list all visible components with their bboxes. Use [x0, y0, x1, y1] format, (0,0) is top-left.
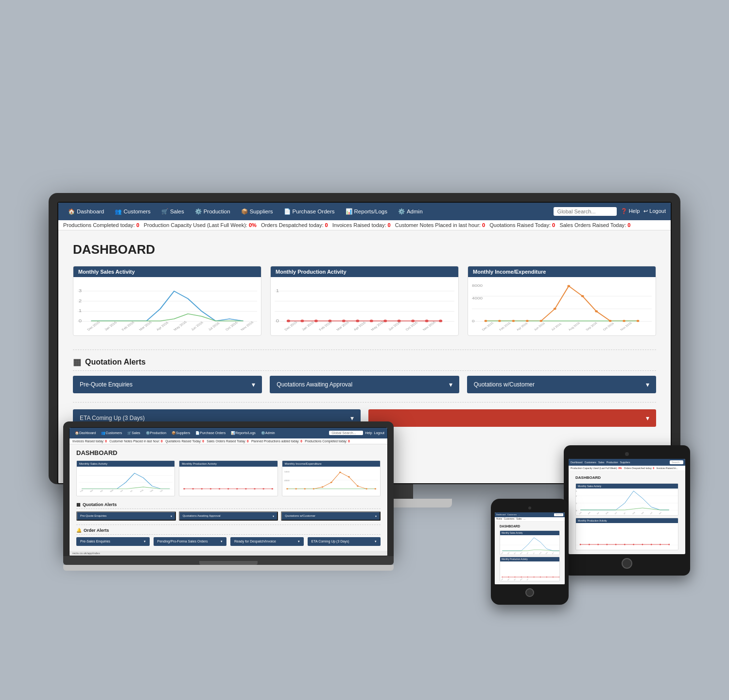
laptop-prod-svg — [181, 469, 275, 494]
laptop-ready-despatch-dropdown[interactable]: Ready for Despatch/Invoice ▾ — [230, 537, 304, 546]
laptop-navbar: 🏠 Dashboard 👥 Customers 🛒 Sales ⚙️ Produ… — [69, 428, 387, 438]
phone-chart-sales: Monthly Sales Activity Feb Mar Apr May — [500, 530, 560, 555]
laptop-quotations-customer-dropdown[interactable]: Quotations w/Customer ▾ — [281, 511, 381, 521]
svg-point-54 — [526, 320, 529, 322]
laptop-charts-row: Monthly Sales Activity Feb Mar — [76, 460, 381, 496]
tablet-search[interactable]: Search... — [670, 460, 683, 464]
monitor-ticker: Productions Completed today: 0 Productio… — [58, 220, 671, 230]
quotations-customer-dropdown[interactable]: Quotations w/Customer ▾ — [467, 376, 656, 393]
suppliers-icon: 📦 — [241, 208, 248, 215]
svg-point-152 — [502, 577, 503, 578]
laptop-pre-sales-dropdown[interactable]: Pre-Sales Enquiries ▾ — [76, 537, 150, 546]
laptop-nav-customers[interactable]: 👥 Customers — [99, 428, 124, 438]
nav-sales[interactable]: 🛒 Sales — [156, 203, 189, 220]
tablet-home-button[interactable] — [622, 558, 632, 569]
svg-text:Aug: Aug — [632, 511, 635, 514]
laptop-nav-production[interactable]: ⚙️ Production — [143, 428, 169, 438]
logout-link[interactable]: ↩ Logout — [643, 208, 666, 214]
laptop-search-input[interactable] — [329, 431, 363, 435]
laptop-nav-admin[interactable]: ⚙️ Admin — [259, 428, 278, 438]
chart-production-header: Monthly Production Activity — [271, 266, 458, 277]
phone-navbar: Dashboard Customers ... Search — [495, 512, 565, 517]
svg-point-92 — [245, 488, 247, 490]
phone-search[interactable]: Search — [554, 513, 563, 516]
svg-point-136 — [642, 543, 643, 545]
help-link[interactable]: ❓ Help — [621, 208, 640, 214]
svg-text:Oct: Oct — [159, 489, 164, 492]
svg-text:May 2016: May 2016 — [370, 320, 385, 332]
reports-icon: 📊 — [346, 208, 352, 215]
chart-sales-body: 3 2 1 0 Dec 2015 Jan 2016 — [73, 277, 261, 335]
nav-admin[interactable]: ⚙️ Admin — [393, 203, 428, 220]
svg-text:Apr 2016: Apr 2016 — [156, 321, 170, 331]
svg-point-35 — [439, 319, 442, 322]
svg-point-26 — [314, 319, 318, 322]
laptop-nav-purchase[interactable]: 📄 Purchase Orders — [193, 428, 228, 438]
laptop-order-dropdowns: Pre-Sales Enquiries ▾ Pending/Pro-Forma … — [76, 537, 381, 546]
laptop-eta-dropdown[interactable]: ETA Coming Up (3 Days) ▾ — [308, 537, 381, 546]
laptop-quotation-title: ▦ Quotation Alerts — [76, 502, 381, 509]
laptop-chart-sales: Monthly Sales Activity Feb Mar — [76, 460, 175, 496]
svg-text:Oct 2016: Oct 2016 — [225, 321, 238, 331]
separator-1 — [73, 350, 656, 350]
laptop-quotation-section: ▦ Quotation Alerts Pre-Quote Enquiries ▾… — [76, 502, 381, 521]
monitor-navbar: 🏠 Dashboard 👥 Customers 🛒 Sales ⚙️ Produ… — [58, 203, 671, 220]
svg-text:Feb 2016: Feb 2016 — [498, 321, 511, 331]
svg-text:Jun 2016: Jun 2016 — [387, 321, 401, 331]
laptop-chart-production-body — [179, 467, 277, 496]
svg-text:Sep: Sep — [545, 551, 548, 555]
nav-purchase-orders[interactable]: 📄 Purchase Orders — [279, 203, 340, 220]
nav-production[interactable]: ⚙️ Production — [190, 203, 235, 220]
pre-quote-dropdown[interactable]: Pre-Quote Enquiries ▾ — [73, 376, 262, 393]
phone-home-button[interactable] — [525, 588, 534, 597]
laptop-logout[interactable]: Logout — [374, 431, 384, 435]
laptop-nav-sales[interactable]: 🛒 Sales — [125, 428, 143, 438]
svg-point-86 — [192, 488, 194, 490]
nav-dashboard[interactable]: 🏠 Dashboard — [63, 203, 109, 220]
phone: Dashboard Customers ... Search Home Cust… — [491, 499, 569, 605]
laptop-nav-suppliers[interactable]: 📦 Suppliers — [169, 428, 192, 438]
tablet-chart-sales: Monthly Sales Activity 3 2 1 0 — [575, 483, 678, 516]
income-chart-svg: 8000 4000 0 — [472, 281, 652, 332]
svg-text:2: 2 — [576, 495, 577, 497]
svg-point-56 — [554, 308, 556, 310]
laptop-help[interactable]: Help — [365, 431, 372, 435]
sales-chart-svg: 3 2 1 0 Dec 2015 Jan 2016 — [77, 281, 257, 332]
quotations-awaiting-dropdown[interactable]: Quotations Awaiting Approval ▾ — [270, 376, 459, 393]
nav-suppliers[interactable]: 📦 Suppliers — [236, 203, 278, 220]
tablet: Dashboard Customers Sales Production Sup… — [564, 445, 690, 576]
svg-text:Mar: Mar — [507, 578, 510, 581]
svg-text:Feb 2016: Feb 2016 — [121, 320, 135, 331]
laptop-pending-proforma-dropdown[interactable]: Pending/Pro-Forma Sales Orders ▾ — [154, 537, 227, 546]
svg-point-62 — [637, 320, 640, 322]
global-search-input[interactable] — [554, 207, 617, 216]
red-dropdown[interactable]: ▾ — [368, 409, 656, 427]
svg-text:May: May — [520, 577, 522, 580]
svg-text:Apr 2016: Apr 2016 — [516, 321, 528, 331]
laptop-order-icon: 🔔 — [76, 528, 82, 533]
svg-text:1: 1 — [576, 502, 577, 504]
chevron-icon-4: ▾ — [144, 540, 146, 543]
laptop-pre-quote-dropdown[interactable]: Pre-Quote Enquiries ▾ — [76, 511, 176, 521]
nav-reports[interactable]: 📊 Reports/Logs — [341, 203, 392, 220]
svg-text:Jun: Jun — [526, 551, 529, 555]
laptop-nav-dashboard[interactable]: 🏠 Dashboard — [72, 428, 98, 438]
svg-point-130 — [589, 543, 590, 545]
chart-production-activity: Monthly Production Activity 1 0 — [270, 266, 459, 336]
svg-text:1: 1 — [79, 308, 82, 313]
laptop-separator — [76, 525, 381, 525]
svg-text:Aug 2016: Aug 2016 — [567, 321, 581, 331]
svg-point-105 — [330, 481, 332, 483]
svg-text:Oct: Oct — [552, 551, 555, 554]
laptop-quotations-awaiting-dropdown[interactable]: Quotations Awaiting Approval ▾ — [179, 511, 278, 521]
svg-point-57 — [567, 285, 570, 287]
phone-chart-sales-body: Feb Mar Apr May Jun Jul Aug Sep Oct — [500, 535, 559, 555]
laptop-ticker: Invoices Raised today: 0 Customer Notes … — [69, 438, 387, 444]
phone-dash-title: DASHBOARD — [497, 523, 562, 529]
nav-customers[interactable]: 👥 Customers — [110, 203, 156, 220]
laptop-nav-reports[interactable]: 📊 Reports/Logs — [228, 428, 258, 438]
svg-point-160 — [553, 577, 554, 578]
svg-text:3: 3 — [576, 490, 577, 492]
svg-point-89 — [219, 488, 221, 490]
svg-point-133 — [615, 543, 617, 545]
